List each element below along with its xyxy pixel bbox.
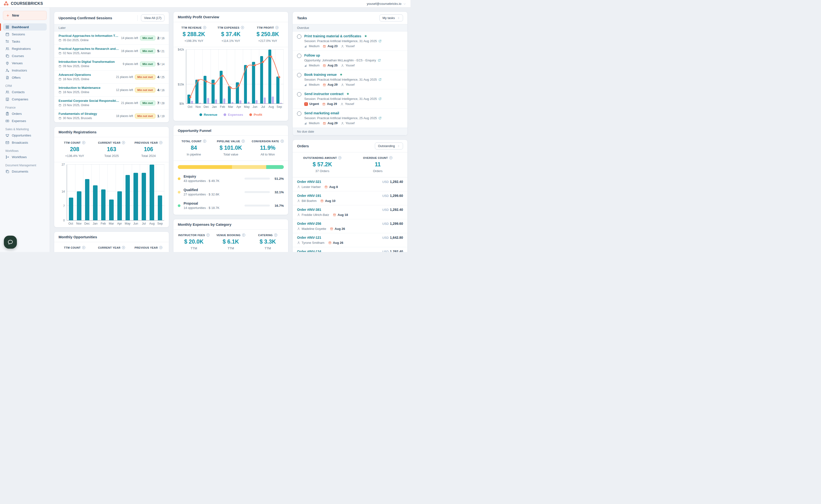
kpi-value: 11 [350,161,405,168]
help-icon[interactable] [242,140,245,143]
help-icon[interactable] [281,140,284,143]
external-link-icon[interactable] [378,78,382,81]
help-icon[interactable] [159,246,162,249]
sidebar-item-label: Workflows [12,155,27,159]
sidebar-item[interactable]: Broadcasts [3,139,47,146]
sidebar-item-icon [5,61,9,65]
session-link[interactable]: Introduction to Digital Transformation [58,60,121,64]
session-link[interactable]: Introduction to Maintenance [58,86,114,90]
help-icon[interactable] [159,141,162,144]
sidebar-item[interactable]: Contacts [3,88,47,96]
task-link[interactable]: Print training material & certificates [304,34,361,38]
star-icon[interactable] [364,34,367,38]
chat-button[interactable] [4,236,17,249]
help-icon[interactable] [82,141,85,144]
person-icon [341,83,344,86]
sidebar-item[interactable]: Offers [3,74,47,81]
kpi-sub: +198.3% YoY [175,39,212,43]
task-checkbox[interactable] [297,92,301,97]
help-icon[interactable] [338,156,341,159]
legend-item[interactable]: Expenses [224,113,243,116]
order-link[interactable]: Order #INV-134 [297,250,321,252]
session-link[interactable]: Practical Approaches to Information T… [58,34,119,38]
view-all-button[interactable]: View All (17) [141,14,164,21]
sidebar-item[interactable]: Orders [3,110,47,117]
task-checkbox[interactable] [297,111,301,116]
external-link-icon[interactable] [378,97,382,100]
task-checkbox[interactable] [297,73,301,77]
session-link[interactable]: Essential Corporate Social Responsibili… [58,99,119,103]
session-link[interactable]: Advanced Operations [58,73,114,77]
person-icon [297,199,300,202]
external-link-icon[interactable] [378,59,381,62]
task-checkbox[interactable] [297,34,301,39]
help-icon[interactable] [122,141,125,144]
star-icon[interactable] [346,92,350,96]
help-icon[interactable] [207,233,210,237]
funnel-bar [178,165,284,169]
sidebar-item[interactable]: Documents [3,168,47,175]
order-link[interactable]: Order #INV-256 [297,222,321,226]
orders-filter-select[interactable]: Outstanding [375,142,403,149]
task-link[interactable]: Book training venue [304,73,337,77]
new-button[interactable]: New [3,11,47,20]
tasks-filter-select[interactable]: My tasks [379,14,403,21]
help-icon[interactable] [242,233,245,237]
external-link-icon[interactable] [378,39,382,43]
sidebar-item[interactable]: Opportunities [3,132,47,139]
star-icon[interactable] [339,73,343,76]
task-link[interactable]: Send instructor contract [304,92,344,96]
session-row: Essential Corporate Social Responsibili…… [54,97,169,110]
kpi-sub: In pipeline [175,153,212,156]
funnel-stage-row: Qualified 27 opportunities · $ 32.6K 32.… [173,185,288,199]
sidebar-item[interactable]: Sessions [3,31,47,38]
sidebar-section-label: CRM [5,84,47,88]
help-icon[interactable] [274,233,277,237]
task-checkbox[interactable] [297,54,301,58]
help-icon[interactable] [122,246,125,249]
help-icon[interactable] [203,140,206,143]
order-link[interactable]: Order #INV-191 [297,194,321,198]
sidebar-item[interactable]: Registrations [3,45,47,52]
session-row: Advanced Operations 16 Nov 2025, Online … [54,71,169,84]
task-link[interactable]: Follow up [304,53,320,57]
help-icon[interactable] [203,26,206,29]
order-link[interactable]: Order #INV-321 [297,180,321,184]
calendar-icon [58,39,61,42]
task-priority: Medium [304,45,320,48]
session-date: 16 Nov 2025, Online [63,78,89,81]
external-link-icon[interactable] [378,116,382,120]
session-link[interactable]: Practical Approaches to Research and … [58,47,119,51]
brand[interactable]: COURSEBRICKS [3,1,43,6]
order-link[interactable]: Order #INV-381 [297,208,321,212]
funnel-stage-row: Proposal 14 opportunities · $ 18.7K 16.7… [173,199,288,212]
sidebar-item[interactable]: Courses [3,52,47,59]
calendar-overdue-icon [333,213,336,216]
sidebar-item[interactable]: Expenses [3,117,47,124]
task-assignee: Yousef [340,102,354,106]
profit-chart-legend: Revenue Expenses Profit [173,110,288,121]
session-link[interactable]: Fundamentals of Strategy [58,112,114,116]
help-icon[interactable] [82,246,85,249]
person-icon [297,241,300,244]
order-link[interactable]: Order #INV-121 [297,236,321,239]
sidebar-item[interactable]: Venues [3,59,47,67]
sidebar-item[interactable]: Dashboard [3,23,47,31]
calendar-icon [58,117,61,120]
funnel-segment [232,165,266,169]
legend-item[interactable]: Profit [249,113,262,116]
sidebar-item[interactable]: Tasks [3,38,47,45]
sidebar-item[interactable]: Workflows [3,153,47,161]
calendar-overdue-icon [328,241,332,244]
sidebar-item[interactable]: Instructors [3,67,47,74]
sidebar-item[interactable]: Companies [3,96,47,103]
help-icon[interactable] [389,156,392,159]
order-due: Aug 26 [330,227,345,231]
help-icon[interactable] [241,26,244,29]
help-icon[interactable] [275,26,279,29]
legend-item[interactable]: Revenue [199,113,217,116]
session-date: 30 Nov 2025, Brussels [63,116,92,120]
account-menu[interactable]: yousef@coursebricks.io [367,2,406,6]
task-link[interactable]: Send marketing email [304,111,339,115]
order-contact: Madeline Goyette [297,227,326,231]
